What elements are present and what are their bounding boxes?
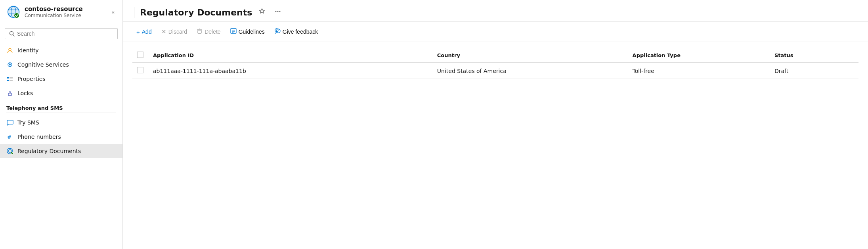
phone-icon: # [6,133,13,140]
main-content: Regulatory Documents + Add ✕ Discard [123,0,868,249]
application-id-cell: ab111aaa-1111-111a-abaaba11b [148,63,432,79]
sidebar: contoso-resource Communication Service «… [0,0,123,249]
table-body: ab111aaa-1111-111a-abaaba11b United Stat… [132,63,858,79]
guidelines-icon [230,28,237,35]
sidebar-item-locks-label: Locks [17,90,33,96]
discard-label: Discard [168,29,187,35]
resource-info: contoso-resource Communication Service [25,6,106,18]
favorite-button[interactable] [256,6,268,18]
delete-label: Delete [205,29,220,35]
sidebar-item-try-sms-label: Try SMS [17,119,39,126]
svg-rect-17 [10,80,13,81]
search-icon [9,31,15,36]
add-label: Add [142,29,152,35]
sidebar-item-cognitive-services-label: Cognitive Services [17,61,69,68]
svg-point-25 [277,11,279,12]
application-type-header: Application Type [628,48,770,63]
svg-point-6 [14,13,19,18]
guidelines-label: Guidelines [239,29,265,35]
svg-rect-12 [7,77,9,78]
header-divider [134,7,134,18]
country-cell: United States of America [432,63,628,79]
svg-point-26 [279,11,281,12]
sidebar-item-regulatory-documents[interactable]: Regulatory Documents [0,144,122,158]
search-bar[interactable] [5,28,118,39]
section-divider [6,113,116,113]
sidebar-item-identity[interactable]: Identity [0,43,122,57]
identity-icon [6,47,13,54]
sidebar-item-try-sms[interactable]: Try SMS [0,115,122,130]
row-checkbox[interactable] [137,67,143,73]
search-input[interactable] [17,31,113,37]
feedback-label: Give feedback [283,29,318,35]
feedback-icon [274,28,281,35]
resource-type: Communication Service [25,13,106,18]
status-cell: Draft [770,63,858,79]
application-id-header: Application ID [148,48,432,63]
regulatory-icon [6,147,13,155]
sidebar-item-phone-numbers-label: Phone numbers [17,134,61,140]
svg-rect-27 [198,30,201,33]
svg-rect-13 [7,79,9,79]
row-select-cell[interactable] [132,63,148,79]
table-row: ab111aaa-1111-111a-abaaba11b United Stat… [132,63,858,79]
discard-icon: ✕ [161,28,166,35]
telephony-section-label: Telephony and SMS [0,100,122,113]
feedback-button[interactable]: Give feedback [270,26,322,38]
sidebar-item-identity-label: Identity [17,47,39,54]
sidebar-item-properties-label: Properties [17,76,46,82]
delete-icon [197,28,203,35]
locks-icon [6,90,13,97]
select-all-checkbox[interactable] [137,52,143,58]
svg-rect-14 [7,80,9,81]
sidebar-item-locks[interactable]: Locks [0,86,122,100]
status-badge: Draft [774,68,788,74]
toolbar: + Add ✕ Discard Delete [123,22,868,42]
application-type-cell: Toll-free [628,63,770,79]
page-header: Regulatory Documents [123,0,868,22]
data-table: Application ID Country Application Type … [132,48,858,79]
discard-button[interactable]: ✕ Discard [157,26,191,38]
sms-icon [6,119,13,126]
status-header: Status [770,48,858,63]
resource-name: contoso-resource [25,6,106,13]
select-all-header[interactable] [132,48,148,63]
country-header: Country [432,48,628,63]
sidebar-item-phone-numbers[interactable]: # Phone numbers [0,130,122,144]
add-button[interactable]: + Add [132,26,156,38]
svg-line-8 [13,35,15,36]
page-title: Regulatory Documents [140,8,252,17]
sidebar-item-properties[interactable]: Properties [0,72,122,86]
more-options-button[interactable] [272,6,284,18]
sidebar-header: contoso-resource Communication Service « [0,0,122,24]
table-header: Application ID Country Application Type … [132,48,858,63]
add-icon: + [136,29,140,35]
guidelines-button[interactable]: Guidelines [226,26,269,38]
cognitive-icon [6,61,13,68]
sidebar-item-regulatory-documents-label: Regulatory Documents [17,148,81,154]
svg-point-9 [9,48,11,51]
svg-text:#: # [7,134,11,140]
svg-rect-15 [10,77,13,78]
resource-logo [6,5,21,19]
ellipsis-icon [274,8,281,15]
delete-button[interactable]: Delete [193,26,224,38]
table-area: Application ID Country Application Type … [123,42,868,249]
svg-point-24 [275,11,277,12]
svg-rect-16 [10,79,13,79]
properties-icon [6,75,13,82]
collapse-button[interactable]: « [110,8,116,17]
star-icon [258,8,266,15]
sidebar-item-cognitive-services[interactable]: Cognitive Services [0,57,122,72]
svg-rect-18 [8,93,11,96]
